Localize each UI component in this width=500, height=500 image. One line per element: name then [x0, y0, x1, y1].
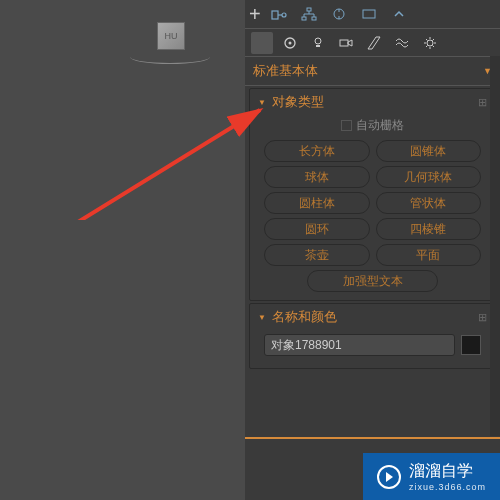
- viewcube[interactable]: HU: [157, 22, 185, 50]
- collapse-icon: ▼: [258, 98, 266, 107]
- cone-button[interactable]: 圆锥体: [376, 140, 482, 162]
- section-header[interactable]: ▼ 名称和颜色 ⊞: [250, 304, 495, 330]
- torus-button[interactable]: 圆环: [264, 218, 370, 240]
- geometry-icon[interactable]: [251, 32, 273, 54]
- watermark-url: zixue.3d66.com: [409, 482, 486, 492]
- pyramid-button[interactable]: 四棱锥: [376, 218, 482, 240]
- display-tab-icon[interactable]: [357, 4, 381, 24]
- tube-button[interactable]: 管状体: [376, 192, 482, 214]
- motion-tab-icon[interactable]: [327, 4, 351, 24]
- name-color-section: ▼ 名称和颜色 ⊞: [249, 303, 496, 369]
- auto-grid-checkbox[interactable]: [341, 120, 352, 131]
- sphere-button[interactable]: 球体: [264, 166, 370, 188]
- systems-icon[interactable]: [419, 32, 441, 54]
- svg-point-11: [427, 40, 433, 46]
- section-menu-icon[interactable]: ⊞: [478, 96, 487, 109]
- auto-grid-row: 自动栅格: [250, 115, 495, 140]
- textplus-button[interactable]: 加强型文本: [307, 270, 437, 292]
- object-name-input[interactable]: [264, 334, 455, 356]
- hierarchy-tab-icon[interactable]: [297, 4, 321, 24]
- cameras-icon[interactable]: [335, 32, 357, 54]
- viewport[interactable]: HU: [0, 0, 245, 500]
- color-swatch[interactable]: [461, 335, 481, 355]
- svg-point-8: [289, 41, 292, 44]
- svg-rect-3: [302, 17, 306, 20]
- section-menu-icon[interactable]: ⊞: [478, 311, 487, 324]
- cylinder-button[interactable]: 圆柱体: [264, 192, 370, 214]
- section-header[interactable]: ▼ 对象类型 ⊞: [250, 89, 495, 115]
- box-button[interactable]: 长方体: [264, 140, 370, 162]
- create-tab-icon[interactable]: +: [249, 3, 261, 26]
- viewcube-base: [130, 50, 210, 64]
- watermark: 溜溜自学 zixue.3d66.com: [363, 453, 500, 500]
- section-title: 名称和颜色: [272, 308, 337, 326]
- plane-button[interactable]: 平面: [376, 244, 482, 266]
- panel-scrollbar[interactable]: [490, 56, 500, 436]
- command-panel: +: [245, 0, 500, 500]
- collapse-icon: ▼: [258, 313, 266, 322]
- name-row: [250, 330, 495, 360]
- primitive-category-dropdown[interactable]: 标准基本体 ▼: [245, 57, 500, 86]
- svg-point-1: [282, 13, 286, 17]
- svg-point-9: [315, 38, 321, 44]
- modify-tab-icon[interactable]: [267, 4, 291, 24]
- shapes-icon[interactable]: [279, 32, 301, 54]
- svg-rect-4: [312, 17, 316, 20]
- spacewarps-icon[interactable]: [391, 32, 413, 54]
- object-type-section: ▼ 对象类型 ⊞ 自动栅格 长方体 圆锥体 球体 几何球体 圆柱体 管状体 圆环…: [249, 88, 496, 301]
- viewcube-label: HU: [165, 31, 178, 41]
- command-tabs: +: [245, 0, 500, 29]
- section-title: 对象类型: [272, 93, 324, 111]
- auto-grid-label: 自动栅格: [356, 117, 404, 134]
- play-logo-icon: [377, 465, 401, 489]
- utilities-tab-icon[interactable]: [387, 4, 411, 24]
- watermark-brand: 溜溜自学: [409, 461, 486, 482]
- helpers-icon[interactable]: [363, 32, 385, 54]
- panel-divider: [245, 437, 500, 439]
- lights-icon[interactable]: [307, 32, 329, 54]
- svg-rect-10: [340, 40, 348, 46]
- category-toolbar: [245, 29, 500, 57]
- primitive-buttons: 长方体 圆锥体 球体 几何球体 圆柱体 管状体 圆环 四棱锥 茶壶 平面 加强型…: [250, 140, 495, 292]
- svg-rect-6: [363, 10, 375, 18]
- svg-rect-0: [272, 11, 278, 19]
- teapot-button[interactable]: 茶壶: [264, 244, 370, 266]
- geosphere-button[interactable]: 几何球体: [376, 166, 482, 188]
- dropdown-label: 标准基本体: [253, 62, 318, 80]
- svg-rect-2: [307, 8, 311, 11]
